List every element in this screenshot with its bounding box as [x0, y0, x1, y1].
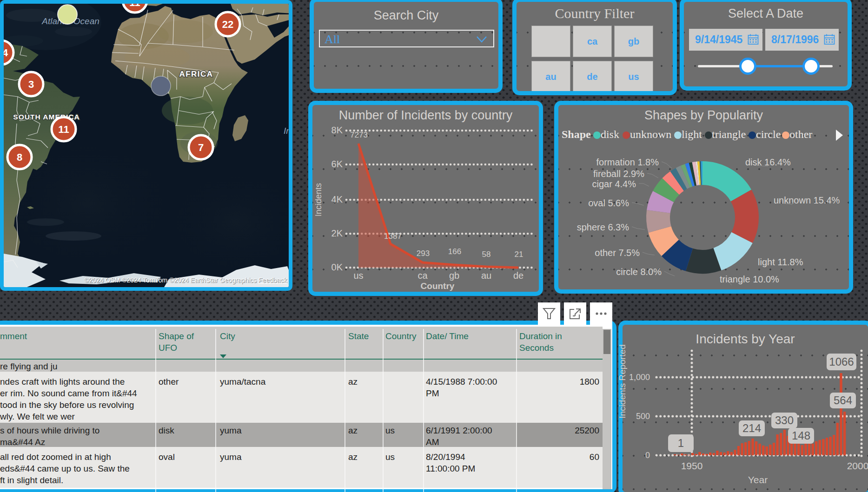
svg-text:330: 330 — [775, 414, 794, 426]
svg-text:8: 8 — [17, 151, 22, 163]
svg-text:564: 564 — [834, 394, 852, 407]
svg-text:circle 8.0%: circle 8.0% — [616, 267, 662, 277]
svg-text:8K: 8K — [331, 125, 343, 135]
svg-text:triangle 10.0%: triangle 10.0% — [720, 274, 779, 284]
svg-text:58: 58 — [482, 250, 491, 259]
svg-text:formation 1.8%: formation 1.8% — [596, 157, 659, 167]
svg-text:Year: Year — [748, 474, 768, 485]
svg-text:11: 11 — [129, 4, 140, 8]
svg-text:2000: 2000 — [847, 460, 868, 471]
svg-text:6K: 6K — [331, 159, 343, 169]
svg-text:In: In — [284, 126, 289, 136]
svg-text:1: 1 — [678, 437, 684, 449]
svg-text:1387: 1387 — [384, 232, 402, 241]
svg-text:ca: ca — [417, 270, 428, 281]
svg-text:11: 11 — [58, 124, 69, 135]
svg-text:gb: gb — [449, 270, 459, 281]
svg-text:fireball 2.9%: fireball 2.9% — [593, 169, 644, 179]
svg-text:Incidents: Incidents — [314, 183, 323, 216]
svg-text:au: au — [481, 270, 491, 281]
svg-text:Country: Country — [421, 281, 455, 291]
svg-text:2K: 2K — [331, 228, 343, 238]
svg-text:500: 500 — [636, 412, 650, 421]
svg-text:de: de — [513, 270, 523, 281]
svg-text:disk 16.4%: disk 16.4% — [745, 157, 791, 167]
svg-text:unknown 15.4%: unknown 15.4% — [774, 195, 840, 205]
svg-text:other 7.5%: other 7.5% — [595, 248, 640, 258]
svg-text:22: 22 — [222, 19, 233, 30]
svg-text:oval 5.6%: oval 5.6% — [588, 198, 629, 208]
svg-text:293: 293 — [417, 249, 430, 258]
svg-text:us: us — [353, 270, 363, 281]
svg-text:©2024 OSM ©2024 TomTom ©2024: ©2024 OSM ©2024 TomTom ©2024 EarthStar G… — [84, 276, 287, 284]
svg-text:7: 7 — [198, 142, 204, 153]
svg-text:4K: 4K — [331, 194, 343, 204]
svg-text:7273: 7273 — [350, 131, 368, 139]
svg-text:166: 166 — [448, 247, 461, 256]
svg-text:1950: 1950 — [681, 460, 703, 471]
svg-text:148: 148 — [792, 429, 810, 442]
svg-text:34: 34 — [4, 47, 8, 59]
svg-text:light 11.8%: light 11.8% — [758, 257, 803, 267]
svg-text:0: 0 — [645, 451, 650, 460]
svg-text:cigar 4.4%: cigar 4.4% — [592, 179, 636, 189]
svg-text:1066: 1066 — [829, 355, 854, 368]
svg-text:3: 3 — [28, 79, 34, 90]
svg-text:sphere 6.3%: sphere 6.3% — [577, 222, 629, 232]
svg-text:214: 214 — [742, 422, 761, 434]
svg-text:0K: 0K — [331, 262, 343, 272]
svg-text:AFRICA: AFRICA — [179, 70, 213, 79]
svg-text:21: 21 — [515, 250, 523, 259]
svg-text:1,000: 1,000 — [629, 373, 650, 382]
